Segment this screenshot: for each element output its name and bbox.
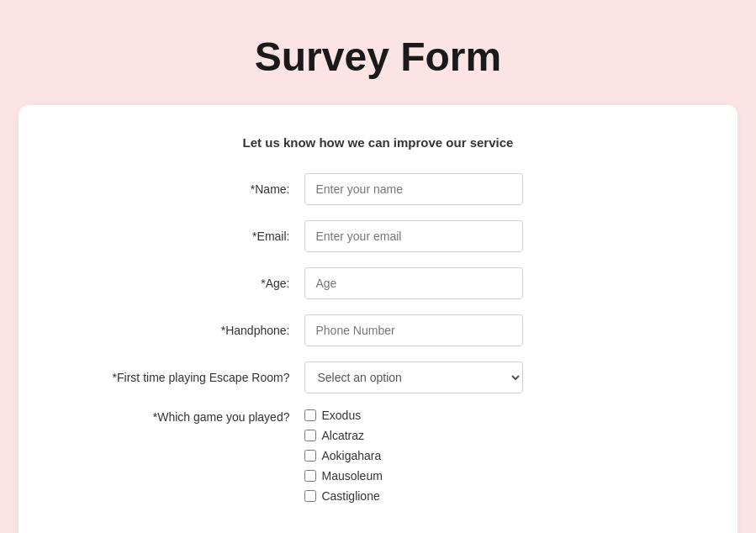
- checkbox-alcatraz[interactable]: [304, 430, 316, 441]
- checkbox-item-castiglione[interactable]: Castiglione: [304, 489, 382, 503]
- checkbox-alcatraz-label: Alcatraz: [321, 429, 364, 442]
- survey-form: *Name: *Email: *Age: *Handphone: *First …: [52, 173, 703, 503]
- checkbox-item-exodus[interactable]: Exodus: [304, 409, 382, 422]
- checkbox-item-aokigahara[interactable]: Aokigahara: [304, 449, 382, 462]
- page-header: Survey Form: [0, 0, 756, 105]
- handphone-label: *Handphone:: [52, 324, 304, 337]
- checkbox-exodus[interactable]: [304, 409, 316, 421]
- checkbox-item-alcatraz[interactable]: Alcatraz: [304, 429, 382, 442]
- handphone-input[interactable]: [304, 314, 523, 346]
- escape-room-label: *First time playing Escape Room?: [52, 371, 304, 384]
- email-row: *Email:: [52, 220, 703, 252]
- checkbox-aokigahara-label: Aokigahara: [321, 449, 381, 462]
- age-row: *Age:: [52, 267, 703, 299]
- escape-room-row: *First time playing Escape Room? Select …: [52, 361, 703, 393]
- games-checkbox-group: Exodus Alcatraz Aokigahara Mausoleum Cas…: [304, 409, 382, 503]
- games-row: *Which game you played? Exodus Alcatraz …: [52, 409, 703, 503]
- page-title: Survey Form: [17, 34, 739, 80]
- checkbox-item-mausoleum[interactable]: Mausoleum: [304, 469, 382, 483]
- name-input[interactable]: [304, 173, 523, 205]
- escape-room-select[interactable]: Select an option Yes No: [304, 361, 523, 393]
- name-label: *Name:: [52, 182, 304, 196]
- checkbox-castiglione[interactable]: [304, 490, 316, 502]
- checkbox-mausoleum[interactable]: [304, 470, 316, 482]
- name-row: *Name:: [52, 173, 703, 205]
- form-card: Let us know how we can improve our servi…: [19, 105, 737, 533]
- checkbox-castiglione-label: Castiglione: [321, 489, 379, 503]
- age-input[interactable]: [304, 267, 523, 299]
- form-subtitle: Let us know how we can improve our servi…: [52, 135, 703, 150]
- handphone-row: *Handphone:: [52, 314, 703, 346]
- checkbox-mausoleum-label: Mausoleum: [321, 469, 382, 483]
- checkbox-aokigahara[interactable]: [304, 450, 316, 462]
- games-label: *Which game you played?: [52, 409, 304, 424]
- age-label: *Age:: [52, 277, 304, 290]
- checkbox-exodus-label: Exodus: [321, 409, 361, 422]
- email-label: *Email:: [52, 230, 304, 243]
- email-input[interactable]: [304, 220, 523, 252]
